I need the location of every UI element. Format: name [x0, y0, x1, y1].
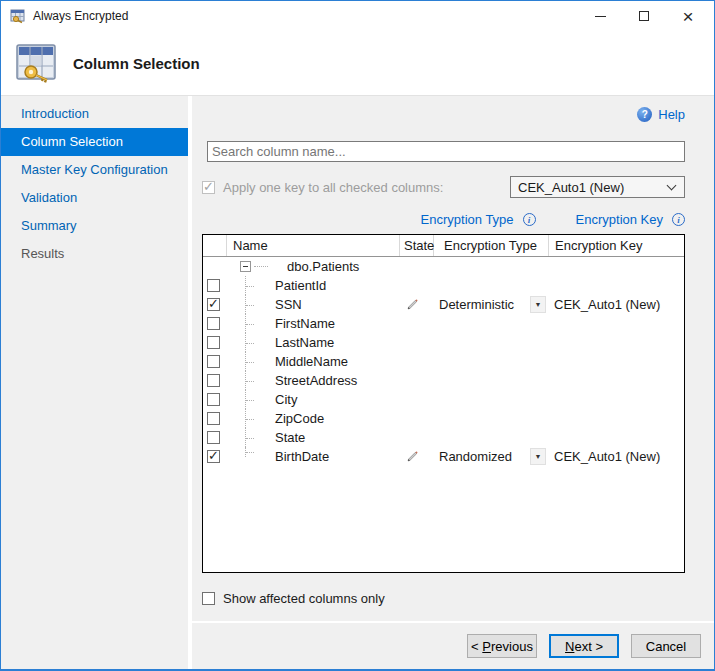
pencil-edit-icon — [406, 298, 419, 311]
encryption-key-link[interactable]: Encryption Key — [576, 212, 663, 227]
search-input[interactable] — [207, 141, 685, 162]
cek-dropdown[interactable]: CEK_Auto1 (New) — [510, 176, 685, 198]
table-row[interactable]: LastName — [203, 333, 684, 352]
table-row[interactable]: SSNDeterministic▼CEK_Auto1 (New) — [203, 295, 684, 314]
column-name: ZipCode — [275, 411, 324, 426]
title-bar: Always Encrypted × — [1, 1, 714, 31]
tree-connector — [245, 314, 254, 333]
row-checkbox[interactable] — [207, 336, 220, 349]
table-row[interactable]: City — [203, 390, 684, 409]
window-title: Always Encrypted — [33, 9, 128, 23]
row-checkbox[interactable] — [207, 431, 220, 444]
show-affected-row: Show affected columns only — [202, 590, 685, 606]
sidebar-item-validation[interactable]: Validation — [1, 184, 188, 212]
sidebar-item-summary[interactable]: Summary — [1, 212, 188, 240]
pencil-edit-icon — [406, 450, 419, 463]
header-name: Name — [227, 235, 400, 256]
minimize-button[interactable] — [578, 1, 622, 31]
tree-connector — [245, 428, 254, 447]
row-checkbox[interactable] — [207, 317, 220, 330]
dropdown-arrow-icon[interactable]: ▼ — [530, 448, 546, 465]
table-row[interactable]: PatientId — [203, 276, 684, 295]
header-state: State — [400, 235, 434, 256]
row-checkbox[interactable] — [207, 412, 220, 425]
tree-connector — [245, 447, 254, 457]
column-name: SSN — [275, 297, 302, 312]
column-name: City — [275, 392, 297, 407]
apply-key-checkbox — [202, 181, 215, 194]
row-checkbox[interactable] — [207, 355, 220, 368]
close-icon: × — [682, 7, 693, 26]
sidebar-item-results: Results — [1, 240, 188, 268]
tree-connector — [245, 352, 254, 371]
maximize-button[interactable] — [622, 1, 666, 31]
apply-key-row: Apply one key to all checked columns: CE… — [202, 176, 685, 198]
window-controls: × — [578, 1, 710, 31]
minimize-icon — [595, 16, 606, 17]
row-checkbox[interactable] — [207, 298, 220, 311]
table-row[interactable]: StreetAddress — [203, 371, 684, 390]
wizard-steps-sidebar: Introduction Column Selection Master Key… — [1, 96, 192, 669]
table-group-row[interactable]: dbo.Patients — [203, 257, 684, 276]
cancel-button[interactable]: Cancel — [631, 634, 701, 658]
previous-button[interactable]: < Previous — [467, 634, 537, 658]
column-name: LastName — [275, 335, 334, 350]
cek-dropdown-value: CEK_Auto1 (New) — [518, 180, 624, 195]
wizard-header: Column Selection — [1, 31, 714, 96]
info-icon[interactable]: i — [523, 213, 536, 226]
always-encrypted-dialog: Always Encrypted × Column Selection Intr… — [0, 0, 715, 671]
row-checkbox[interactable] — [207, 279, 220, 292]
table-key-app-icon — [10, 8, 26, 24]
table-row[interactable]: State — [203, 428, 684, 447]
next-button[interactable]: Next > — [549, 634, 619, 658]
table-row[interactable]: MiddleName — [203, 352, 684, 371]
table-key-icon — [15, 42, 57, 84]
page-title: Column Selection — [73, 55, 200, 72]
header-encryption-key: Encryption Key — [549, 235, 684, 256]
dropdown-arrow-icon[interactable]: ▼ — [530, 296, 546, 313]
encryption-type-link[interactable]: Encryption Type — [421, 212, 514, 227]
sidebar-item-introduction[interactable]: Introduction — [1, 100, 188, 128]
table-row[interactable]: ZipCode — [203, 409, 684, 428]
column-name: StreetAddress — [275, 373, 357, 388]
table-group-label: dbo.Patients — [287, 259, 359, 274]
row-checkbox[interactable] — [207, 393, 220, 406]
chevron-down-icon — [667, 181, 677, 191]
wizard-footer: < Previous Next > Cancel — [192, 621, 714, 669]
encryption-key-value: CEK_Auto1 (New) — [554, 449, 660, 464]
tree-connector — [245, 276, 254, 295]
table-row[interactable]: FirstName — [203, 314, 684, 333]
tree-connector — [254, 266, 268, 267]
collapse-minus-icon[interactable] — [240, 261, 251, 272]
column-name: BirthDate — [275, 449, 329, 464]
info-icon[interactable]: i — [672, 213, 685, 226]
row-checkbox[interactable] — [207, 450, 220, 463]
tree-connector — [245, 333, 254, 352]
show-affected-checkbox[interactable] — [202, 592, 215, 605]
tree-connector — [245, 371, 254, 390]
row-checkbox[interactable] — [207, 374, 220, 387]
help-icon: ? — [637, 107, 652, 122]
encryption-type-value: Randomized — [439, 449, 512, 464]
help-row: ? Help — [202, 106, 685, 122]
encryption-type-value: Deterministic — [439, 297, 514, 312]
show-affected-label: Show affected columns only — [223, 591, 385, 606]
table-body: dbo.Patients PatientIdSSNDeterministic▼C… — [203, 257, 684, 466]
column-name: PatientId — [275, 278, 326, 293]
help-link[interactable]: Help — [658, 107, 685, 122]
table-header: Name State Encryption Type Encryption Ke… — [203, 235, 684, 257]
header-encryption-type: Encryption Type — [434, 235, 549, 256]
columns-table: Name State Encryption Type Encryption Ke… — [202, 234, 685, 573]
sidebar-item-column-selection[interactable]: Column Selection — [1, 128, 188, 156]
close-button[interactable]: × — [666, 1, 710, 31]
column-name: MiddleName — [275, 354, 348, 369]
tree-connector — [245, 295, 254, 314]
column-name: State — [275, 430, 305, 445]
table-row[interactable]: BirthDateRandomized▼CEK_Auto1 (New) — [203, 447, 684, 466]
maximize-icon — [639, 11, 649, 21]
sidebar-item-master-key-configuration[interactable]: Master Key Configuration — [1, 156, 188, 184]
column-name: FirstName — [275, 316, 335, 331]
tree-connector — [245, 390, 254, 409]
column-links-row: Encryption Type i Encryption Key i — [202, 211, 685, 227]
tree-connector — [245, 409, 254, 428]
